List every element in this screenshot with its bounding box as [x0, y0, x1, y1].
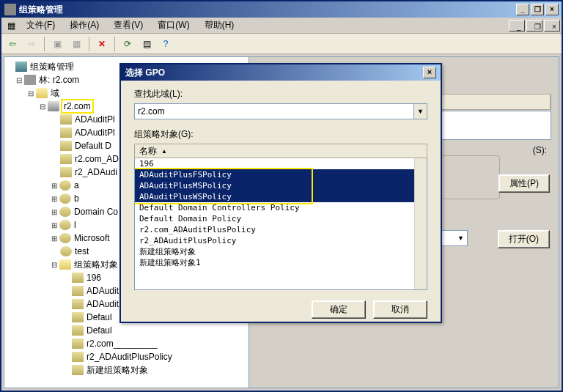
expander-icon[interactable]: ⊞ — [48, 221, 59, 229]
domain-icon — [48, 101, 59, 111]
dropdown-icon[interactable]: ▼ — [414, 103, 427, 119]
domain-combo[interactable]: ▼ — [134, 103, 427, 119]
cancel-button[interactable]: 取消 — [373, 300, 427, 319]
gpo-link-icon — [60, 114, 72, 125]
tree-gpo[interactable]: 新建组策略对象 — [85, 363, 150, 377]
gpo-link-icon — [60, 141, 72, 151]
forest-icon — [24, 75, 36, 85]
refresh-icon[interactable]: ⟳ — [119, 36, 136, 52]
system-menu-icon[interactable]: ▦ — [3, 18, 19, 34]
open-button[interactable]: 打开(O) — [498, 230, 550, 248]
expander-icon[interactable]: ⊞ — [48, 208, 59, 216]
expander-icon[interactable]: ⊞ — [48, 195, 59, 203]
tree-item[interactable]: l — [73, 219, 78, 231]
gpo-listbox[interactable]: 196 ADAuditPlusFSPolicy ADAuditPlusMSPol… — [134, 158, 427, 290]
folder-icon — [59, 259, 71, 270]
list-item[interactable]: r2_ADAuditPlusPolicy — [135, 235, 427, 246]
select-gpo-dialog: 选择 GPO × 查找此域(L): ▼ 组策略对象(G): 名称 ▲ 196 A… — [119, 63, 442, 323]
menu-action[interactable]: 操作(A) — [62, 18, 106, 33]
back-icon[interactable]: ⇦ — [4, 36, 21, 52]
tree-gpo[interactable]: 196 — [85, 272, 103, 284]
forward-icon[interactable]: ⇨ — [23, 36, 40, 52]
expander-icon[interactable]: ⊟ — [48, 261, 59, 269]
restore-button[interactable]: ❐ — [531, 4, 544, 15]
dialog-title: 选择 GPO — [125, 67, 165, 79]
scrollbar[interactable] — [414, 158, 427, 289]
new-window-icon[interactable]: ▦ — [68, 36, 84, 52]
tree-item[interactable]: ADAuditPl — [73, 114, 117, 125]
child-close-button[interactable]: × — [544, 20, 560, 32]
list-header[interactable]: 名称 ▲ — [134, 144, 427, 158]
ou-icon — [59, 180, 71, 191]
expander-icon[interactable]: ⊟ — [25, 89, 36, 97]
tree-root[interactable]: 组策略管理 — [29, 60, 76, 74]
col-name: 名称 — [139, 145, 157, 158]
cut-icon[interactable]: ▣ — [49, 36, 65, 52]
tree-domain[interactable]: r2.com — [61, 99, 94, 114]
expander-icon[interactable]: ⊟ — [13, 76, 24, 84]
tree-gpo[interactable]: Defaul — [85, 311, 114, 323]
tree-forest[interactable]: 林: r2.com — [37, 73, 81, 87]
tree-item[interactable]: Domain Co — [73, 206, 119, 218]
tree-item[interactable]: a — [73, 180, 81, 191]
tree-item[interactable]: r2.com_AD — [73, 153, 120, 165]
gpo-list-label: 组策略对象(G): — [134, 128, 427, 141]
tree-domains[interactable]: 域 — [49, 86, 61, 100]
child-minimize-button[interactable]: _ — [509, 20, 525, 32]
tree-item[interactable]: Microsoft — [73, 232, 111, 244]
child-restore-button[interactable]: ❐ — [526, 20, 542, 32]
dialog-close-button[interactable]: × — [423, 67, 436, 78]
list-item[interactable]: 新建组策略对象1 — [135, 257, 427, 268]
gpo-icon — [72, 273, 84, 283]
dialog-titlebar: 选择 GPO × — [121, 64, 441, 81]
menu-help[interactable]: 帮助(H) — [197, 18, 242, 33]
list-item[interactable]: Default Domain Policy — [135, 213, 427, 224]
list-item[interactable]: ADAuditPlusWSPolicy — [135, 191, 427, 202]
list-item[interactable]: 新建组策略对象 — [135, 246, 427, 257]
list-item[interactable]: ADAuditPlusFSPolicy — [135, 169, 427, 180]
tree-gpo-container[interactable]: 组策略对象 — [73, 258, 119, 272]
properties-button[interactable]: 属性(P) — [498, 174, 550, 193]
help-icon[interactable]: ? — [158, 36, 174, 52]
ou-icon — [59, 233, 71, 243]
ou-icon — [59, 193, 71, 204]
expander-icon[interactable]: ⊟ — [37, 103, 48, 111]
menubar: ▦ 文件(F) 操作(A) 查看(V) 窗口(W) 帮助(H) _ ❐ × — [1, 18, 562, 34]
delete-icon[interactable]: ✕ — [94, 36, 110, 52]
tree-gpo[interactable]: Defaul — [85, 325, 114, 336]
gpo-link-icon — [60, 167, 72, 177]
menu-file[interactable]: 文件(F) — [19, 18, 62, 33]
gpo-icon — [72, 352, 84, 362]
sort-asc-icon: ▲ — [161, 148, 167, 155]
ou-icon — [60, 246, 72, 256]
gpo-link-icon — [60, 127, 72, 138]
gpo-icon — [72, 365, 84, 375]
tree-item[interactable]: r2_ADAudi — [73, 166, 119, 178]
domain-input[interactable] — [134, 103, 414, 119]
properties-icon[interactable]: ▤ — [139, 36, 155, 52]
close-button[interactable]: × — [545, 4, 559, 15]
tree-item[interactable]: test — [73, 245, 90, 257]
tree-gpo[interactable]: r2_ADAuditPlusPolicy — [85, 351, 174, 363]
list-item[interactable]: 196 — [135, 158, 427, 169]
ok-button[interactable]: 确定 — [312, 300, 366, 319]
gpo-icon — [72, 312, 84, 322]
tree-gpo[interactable]: r2.com_________ — [85, 338, 159, 350]
dropdown-icon[interactable]: ▼ — [457, 234, 464, 242]
gpo-link-icon — [60, 154, 72, 164]
menu-view[interactable]: 查看(V) — [106, 18, 150, 33]
list-item[interactable]: r2.com_ADAuditPlusPolicy — [135, 224, 427, 235]
gpo-icon — [72, 299, 84, 309]
minimize-button[interactable]: _ — [516, 4, 529, 15]
gpo-icon — [72, 339, 84, 349]
expander-icon[interactable]: ⊞ — [48, 234, 59, 243]
tree-item[interactable]: b — [73, 193, 81, 204]
gpm-root-icon — [15, 62, 27, 72]
menu-window[interactable]: 窗口(W) — [150, 18, 196, 33]
tree-item[interactable]: ADAuditPl — [73, 127, 117, 138]
list-item[interactable]: ADAuditPlusMSPolicy — [135, 180, 427, 191]
list-item[interactable]: Default Domain Controllers Policy — [135, 202, 427, 213]
toolbar: ⇦ ⇨ ▣ ▦ ✕ ⟳ ▤ ? — [1, 34, 562, 54]
expander-icon[interactable]: ⊞ — [48, 182, 59, 190]
tree-item[interactable]: Default D — [73, 140, 113, 152]
